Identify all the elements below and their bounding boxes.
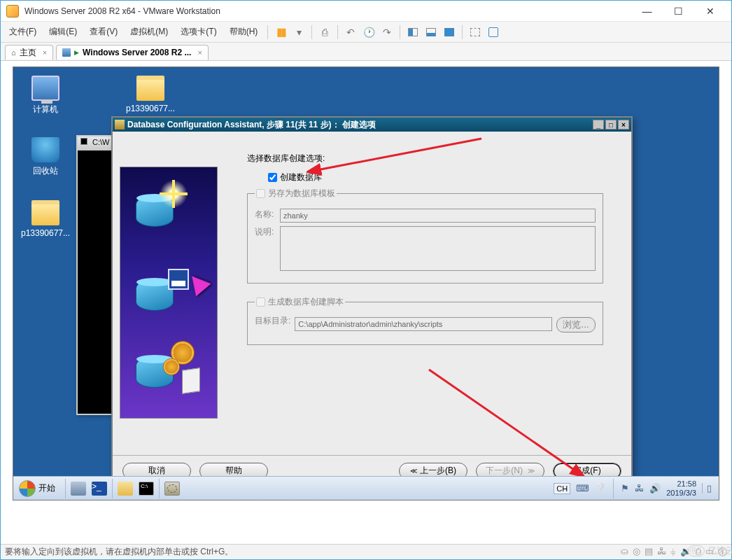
desc-label: 说明: — [255, 226, 276, 238]
tray-help-icon[interactable]: ❔ — [595, 483, 606, 493]
vmware-title: Windows Server 2008 R2 x64 - VMware Work… — [24, 6, 631, 16]
dca-maximize-button[interactable]: □ — [605, 120, 617, 130]
vmware-statusbar: 要将输入定向到该虚拟机，请在虚拟机内部单击或按 Ctrl+G。 ⛀ ◎ ▤ 🖧 … — [1, 544, 731, 559]
usb-icon[interactable]: ⏚ — [670, 546, 676, 559]
fullscreen-icon[interactable] — [486, 25, 500, 39]
tab-close-icon[interactable]: × — [43, 48, 47, 57]
separator — [462, 25, 463, 39]
menu-edit[interactable]: 编辑(E) — [43, 23, 83, 41]
task-explorer[interactable] — [115, 479, 135, 498]
tray-network-icon[interactable]: 🖧 — [635, 483, 644, 493]
home-icon: ⌂ — [11, 48, 16, 57]
clock[interactable]: 21:58 2019/3/3 — [666, 479, 696, 498]
vmware-tabbar: ⌂ 主页 × ▶ Windows Server 2008 R2 ... × — [1, 43, 731, 61]
dca-close-button[interactable]: × — [618, 120, 629, 130]
desktop-folder-icon-2[interactable]: p13390677... — [20, 200, 71, 238]
tab-vm[interactable]: ▶ Windows Server 2008 R2 ... × — [56, 45, 209, 60]
watermark: ⓔ 亿速云 — [688, 545, 732, 557]
pause-icon[interactable]: ▮▮ — [274, 25, 288, 39]
network-icon[interactable]: 🖧 — [657, 546, 666, 559]
vmware-app-icon — [6, 5, 19, 18]
guest-desktop[interactable]: 计算机 p13390677... 回收站 p13390677... C:\W — [13, 66, 719, 500]
gear-icon — [165, 360, 178, 373]
system-tray: CH ⌨ ❔ ⚑ 🖧 🔊 21:58 2019/3/3 ▯ — [554, 479, 716, 498]
task-cmd[interactable] — [136, 479, 156, 498]
layout-l-icon[interactable] — [406, 25, 420, 39]
gen-scripts-label: 生成数据库创建脚本 — [268, 296, 344, 308]
dca-minimize-button[interactable]: _ — [593, 120, 604, 130]
clock-back-icon[interactable]: ↶ — [344, 25, 358, 39]
create-db-checkbox-row[interactable]: 创建数据库 — [268, 172, 603, 183]
menu-help[interactable]: 帮助(H) — [224, 23, 264, 41]
clock-forward-icon[interactable]: ↷ — [380, 25, 394, 39]
time-text: 21:58 — [666, 479, 696, 489]
layout-full-icon[interactable] — [442, 25, 456, 39]
tray-keyboard-icon[interactable]: ⌨ — [576, 483, 589, 493]
gen-scripts-checkbox[interactable] — [256, 298, 265, 307]
play-icon: ▶ — [74, 49, 79, 56]
clock-icon[interactable]: 🕐 — [362, 25, 376, 39]
tab-label: 主页 — [20, 47, 36, 59]
guest-area: 计算机 p13390677... 回收站 p13390677... C:\W — [1, 61, 731, 544]
cd-icon[interactable]: ◎ — [633, 546, 640, 559]
tab-close-icon[interactable]: × — [197, 48, 202, 57]
form-area: 选择数据库创建选项: 创建数据库 另存为数据库模板 — [226, 139, 624, 448]
save-template-checkbox-row[interactable]: 另存为数据库模板 — [256, 188, 335, 200]
sql-sheet-icon — [182, 368, 200, 394]
close-button[interactable]: ✕ — [694, 1, 726, 21]
guest-taskbar: 开始 >_ CH ⌨ ❔ ⚑ 🖧 🔊 — [13, 476, 719, 500]
folder-icon — [31, 200, 59, 225]
dca-titlebar[interactable]: Database Configuration Assistant, 步骤 11(… — [113, 118, 631, 132]
wizard-image — [120, 167, 218, 419]
start-button[interactable]: 开始 — [16, 479, 62, 498]
show-desktop[interactable]: ▯ — [702, 483, 712, 493]
layout-b-icon[interactable] — [424, 25, 438, 39]
task-services[interactable] — [162, 479, 182, 498]
desc-field — [280, 226, 596, 271]
start-label: 开始 — [38, 482, 55, 494]
windows-orb-icon — [19, 480, 36, 497]
snapshot-icon[interactable]: ⎙ — [318, 25, 332, 39]
name-label: 名称: — [255, 209, 276, 220]
quicklaunch-powershell[interactable]: >_ — [90, 479, 109, 498]
vmware-titlebar: Windows Server 2008 R2 x64 - VMware Work… — [1, 1, 731, 22]
dropdown-icon[interactable]: ▾ — [292, 25, 306, 39]
watermark-icon: ⓔ — [688, 545, 705, 556]
menu-tabs[interactable]: 选项卡(T) — [175, 23, 222, 41]
icon-label: p13390677... — [125, 104, 176, 113]
menu-vm[interactable]: 虚拟机(M) — [125, 23, 174, 41]
gen-scripts-checkbox-row[interactable]: 生成数据库创建脚本 — [256, 296, 344, 308]
separator — [65, 479, 66, 498]
menu-view[interactable]: 查看(V) — [84, 23, 123, 41]
disk-icon[interactable]: ⛀ — [621, 546, 628, 559]
vmware-window: Windows Server 2008 R2 x64 - VMware Work… — [0, 0, 732, 560]
tray-flag-icon[interactable]: ⚑ — [621, 483, 629, 493]
desktop-folder-icon[interactable]: p13390677... — [125, 76, 176, 113]
unity-icon[interactable] — [468, 25, 482, 39]
server-icon — [71, 482, 86, 496]
desktop-recycle-icon[interactable]: 回收站 — [20, 137, 71, 177]
create-db-checkbox[interactable] — [268, 173, 277, 182]
date-text: 2019/3/3 — [666, 489, 696, 498]
separator — [159, 479, 160, 498]
form-heading: 选择数据库创建选项: — [247, 153, 603, 164]
recycle-bin-icon — [31, 137, 59, 162]
tray-volume-icon[interactable]: 🔊 — [649, 483, 661, 493]
separator — [112, 479, 113, 498]
create-db-label: 创建数据库 — [280, 172, 322, 183]
save-template-checkbox[interactable] — [256, 189, 265, 198]
maximize-button[interactable]: ☐ — [663, 1, 694, 21]
quicklaunch-server-manager[interactable] — [69, 479, 88, 498]
tab-home[interactable]: ⌂ 主页 × — [5, 45, 53, 60]
minimize-button[interactable]: — — [631, 1, 663, 21]
menu-file[interactable]: 文件(F) — [3, 23, 42, 41]
vmware-menubar: 文件(F) 编辑(E) 查看(V) 虚拟机(M) 选项卡(T) 帮助(H) ▮▮… — [1, 22, 731, 43]
desktop-computer-icon[interactable]: 计算机 — [20, 76, 71, 115]
watermark-text: 亿速云 — [708, 545, 732, 557]
cmd-icon — [80, 138, 87, 145]
ime-indicator[interactable]: CH — [554, 483, 570, 494]
dest-field — [295, 317, 552, 331]
floppy-icon[interactable]: ▤ — [645, 546, 653, 559]
powershell-icon: >_ — [92, 482, 107, 496]
chevron-right-icon: ≫ — [526, 467, 535, 475]
